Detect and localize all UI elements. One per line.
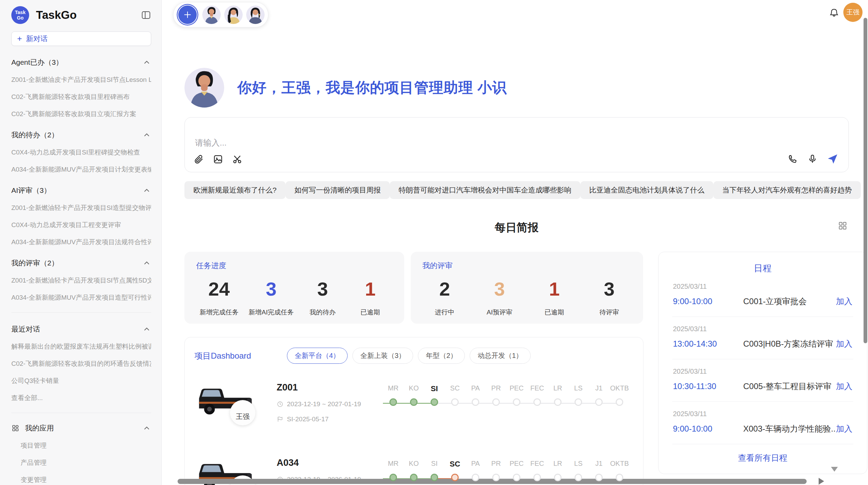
schedule-time: 10:30-11:30	[673, 382, 743, 391]
recent-chats-header[interactable]: 最近对话	[11, 324, 151, 334]
sidebar-task-item[interactable]: A034-全新新能源MUV产品开发项目计划变更表编写	[11, 165, 151, 174]
sidebar-task-item[interactable]: C02-飞腾新能源轻客改款项目立项汇报方案	[11, 110, 151, 119]
chevron-up-icon[interactable]	[142, 58, 151, 67]
stat-value: 3	[317, 278, 328, 300]
chevron-up-icon[interactable]	[142, 186, 151, 195]
recent-chat-item[interactable]: 解释最新出台的欧盟报废车法规再生塑料比例被调至15%...	[11, 342, 151, 351]
milestone-step: FEC	[527, 384, 547, 409]
join-meeting-link[interactable]: 加入	[836, 338, 853, 349]
milestone-step: PEC	[506, 384, 527, 409]
join-meeting-link[interactable]: 加入	[836, 423, 853, 434]
milestone-step: PR	[486, 384, 506, 409]
horizontal-scrollbar[interactable]	[178, 479, 807, 484]
microphone-icon[interactable]	[807, 154, 818, 164]
my-apps-header[interactable]: 我的应用	[11, 423, 151, 433]
dashboard-tab[interactable]: 动总开发（1）	[470, 348, 530, 364]
voice-call-icon[interactable]	[787, 154, 798, 164]
sidebar-task-item[interactable]: A034-全新新能源MUV产品开发项目法规符合性评审	[11, 238, 151, 247]
recent-chat-item[interactable]: C02-飞腾新能源轻客改款项目的闭环通告反馈情况	[11, 359, 151, 368]
suggestion-chip[interactable]: 欧洲新规最近颁布了什么?	[184, 181, 286, 199]
add-agent-button[interactable]	[178, 5, 197, 24]
chevron-up-icon[interactable]	[142, 259, 151, 268]
sidebar-section-header[interactable]: 我的评审（2）	[11, 258, 151, 268]
milestone-dot	[410, 474, 418, 481]
assistant-avatar-2[interactable]	[224, 5, 243, 24]
scroll-right-arrow[interactable]	[819, 478, 824, 485]
milestone-dot	[431, 474, 438, 481]
sidebar-section-header[interactable]: AI评审（3）	[11, 186, 151, 195]
new-chat-button[interactable]: + 新对话	[11, 32, 151, 46]
stat-value: 3	[604, 278, 614, 300]
join-meeting-link[interactable]: 加入	[836, 381, 853, 392]
view-all-schedule-link[interactable]: 查看所有日程	[672, 444, 853, 470]
milestone-dot	[533, 474, 541, 481]
suggestion-chip[interactable]: 当下年轻人对汽车外观有怎样的喜好趋势	[713, 181, 861, 199]
dashboard-title: 项目Dashboard	[194, 350, 287, 361]
milestone-dot	[533, 398, 541, 406]
sidebar-divider	[11, 413, 151, 413]
dashboard-tab[interactable]: 年型（2）	[418, 348, 465, 364]
image-upload-icon[interactable]	[213, 154, 223, 164]
sidebar-task-item[interactable]: C0X4-动力总成开发项目工程变更评审	[11, 221, 151, 229]
stat: 3我的待办	[304, 278, 341, 317]
apps-grid-icon	[11, 424, 20, 432]
milestone-step: KO	[403, 384, 424, 409]
milestone-dot-row	[609, 398, 630, 409]
sidebar-task-item[interactable]: Z001-全新燃油皮卡产品开发项目SI节点Lesson Learn报告	[11, 75, 151, 84]
assistant-avatar-1[interactable]	[202, 5, 221, 24]
milestone-dot	[472, 474, 479, 481]
send-icon[interactable]	[827, 153, 838, 164]
chevron-up-icon[interactable]	[142, 130, 151, 139]
suggestion-chip[interactable]: 比亚迪全固态电池计划具体说了什么	[580, 181, 713, 199]
sidebar-section-header[interactable]: Agent已办（3）	[11, 58, 151, 67]
my-apps-item[interactable]: 变更管理	[21, 475, 151, 484]
sidebar-task-item[interactable]: C0X4-动力总成开发项目SI里程碑提交物检查	[11, 148, 151, 157]
topbar: 王强	[184, 0, 849, 25]
attach-icon[interactable]	[194, 154, 204, 164]
message-composer[interactable]: 请输入...	[184, 117, 849, 172]
stat-value: 3	[494, 278, 505, 300]
vertical-scrollbar[interactable]	[864, 18, 867, 343]
briefing-cards: 任务进度24新增完成任务3新增AI完成任务3我的待办1已逾期我的评审2进行中3A…	[184, 252, 643, 324]
taskgo-logo: Task Go	[11, 6, 29, 24]
milestone-label: J1	[589, 384, 609, 397]
stat-label: 待评审	[600, 308, 619, 317]
my-apps-item[interactable]: 产品管理	[21, 458, 151, 467]
stat: 2进行中	[426, 278, 463, 317]
stat: 1已逾期	[535, 278, 573, 317]
milestone-label: KO	[403, 460, 424, 473]
milestone-dot	[595, 474, 603, 481]
join-meeting-link[interactable]: 加入	[836, 296, 853, 307]
schedule-time: 13:00-14:30	[673, 339, 743, 349]
scroll-down-arrow[interactable]	[831, 467, 838, 472]
greeting-text: 你好，王强，我是你的项目管理助理 小识	[237, 78, 507, 97]
sidebar-task-item[interactable]: Z001-全新燃油轻卡产品开发项目SI节点属性5D文件评审	[11, 276, 151, 285]
milestone-label: FEC	[527, 384, 547, 397]
project-date-range: 2023-12-19 ~ 2027-01-19	[287, 400, 361, 408]
sidebar-section-header[interactable]: 我的待办（2）	[11, 130, 151, 140]
agent-switcher	[173, 2, 268, 27]
notifications-bell-icon[interactable]	[829, 8, 839, 18]
collapse-sidebar-icon[interactable]	[141, 10, 151, 20]
assistant-avatar-3[interactable]	[246, 5, 265, 24]
main-area: 王强 你好，王强，我是你的项目管理助理 小识 请输入...	[162, 0, 868, 485]
sidebar-task-item[interactable]: C02-飞腾新能源轻客改款项目里程碑画布	[11, 92, 151, 101]
dashboard-tab[interactable]: 全新平台（4）	[287, 348, 348, 364]
stat-value: 1	[365, 278, 375, 300]
chevron-up-icon[interactable]	[142, 325, 151, 334]
dashboard-tab[interactable]: 全新上装（3）	[352, 348, 413, 364]
suggestion-chip[interactable]: 如何写一份清晰的项目周报	[286, 181, 390, 199]
my-apps-item[interactable]: 项目管理	[21, 441, 151, 450]
schedule-card: 日程 2025/03/119:00-10:00C001-立项审批会加入2025/…	[658, 252, 867, 474]
suggestion-chip[interactable]: 特朗普可能对进口汽车增税会对中国车企造成哪些影响	[390, 181, 580, 199]
chevron-up-icon[interactable]	[142, 424, 151, 433]
scissors-icon[interactable]	[232, 154, 242, 164]
recent-chat-item[interactable]: 公司Q3轻卡销量	[11, 376, 151, 385]
sidebar-task-item[interactable]: A034-全新新能源MUV产品开发项目造型可行性评审	[11, 293, 151, 302]
sidebar-task-item[interactable]: Z001-全新燃油轻卡产品开发项目SI造型提交物评审	[11, 203, 151, 212]
layout-grid-icon[interactable]	[838, 221, 847, 231]
schedule-item: 2025/03/119:00-10:00C001-立项审批会加入	[672, 274, 853, 317]
user-avatar[interactable]: 王强	[843, 3, 863, 22]
milestone-label: LS	[568, 460, 589, 473]
recent-chat-item[interactable]: 查看全部...	[11, 394, 151, 402]
